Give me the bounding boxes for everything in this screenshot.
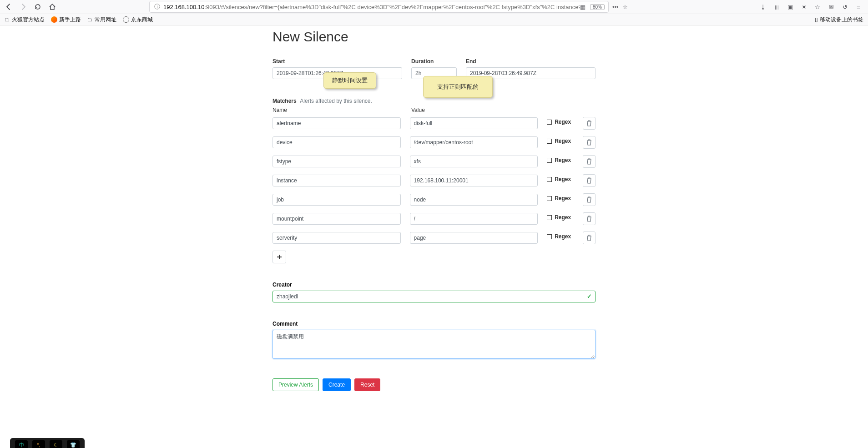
bookmark-firefox-site[interactable]: 🗀火狐官方站点 [5, 16, 45, 24]
create-button[interactable]: Create [323, 378, 351, 391]
firefox-icon [51, 16, 57, 23]
reload-button[interactable] [32, 1, 44, 13]
trash-icon [586, 177, 592, 184]
matchers-columns-header: Name Value [273, 107, 595, 113]
delete-matcher-button[interactable] [583, 232, 595, 244]
regex-checkbox[interactable]: Regex [547, 214, 574, 221]
bookmark-getting-started[interactable]: 新手上路 [51, 16, 81, 24]
sidebar-icon[interactable]: ▣ [786, 4, 794, 10]
matcher-name-input[interactable] [273, 136, 401, 148]
col-header-name: Name [273, 107, 402, 113]
nav-buttons [3, 1, 58, 13]
menu-icon[interactable]: ≡ [854, 4, 863, 10]
label-duration: Duration [411, 58, 457, 65]
matcher-value-input[interactable] [410, 175, 538, 186]
forward-button[interactable] [17, 1, 29, 13]
addon2-icon[interactable]: ☆ [813, 4, 822, 10]
matcher-value-input[interactable] [410, 232, 538, 244]
bookmark-mobile[interactable]: ▯移动设备上的书签 [815, 16, 863, 24]
mobile-icon: ▯ [815, 16, 818, 23]
label-start: Start [273, 58, 402, 65]
downloads-icon[interactable]: ⭳ [759, 4, 767, 10]
matchers-hint: Alerts affected by this silence. [300, 98, 372, 104]
label-creator: Creator [273, 282, 595, 288]
matcher-value-input[interactable] [410, 156, 538, 167]
matcher-row: Regex [273, 155, 595, 168]
addon4-icon[interactable]: ↺ [841, 4, 849, 10]
jd-icon [123, 16, 129, 23]
preview-alerts-button[interactable]: Preview Alerts [273, 378, 319, 391]
regex-checkbox[interactable]: Regex [547, 233, 574, 240]
url-bar[interactable]: ⓘ 192.168.100.10:9093/#/silences/new?fil… [149, 1, 609, 13]
matcher-value-input[interactable] [410, 213, 538, 225]
delete-matcher-button[interactable] [583, 155, 595, 168]
matcher-name-input[interactable] [273, 232, 401, 244]
delete-matcher-button[interactable] [583, 212, 595, 225]
bookmark-jd[interactable]: 京东商城 [123, 16, 153, 24]
arrow-left-icon [5, 3, 12, 10]
reset-button[interactable]: Reset [354, 378, 380, 391]
matcher-name-input[interactable] [273, 194, 401, 206]
check-icon: ✓ [587, 293, 592, 300]
ime-key-moon[interactable]: ☾ [50, 440, 62, 448]
trash-icon [586, 196, 592, 203]
delete-matcher-button[interactable] [583, 174, 595, 187]
matcher-value-input[interactable] [410, 136, 538, 148]
folder-icon: 🗀 [87, 16, 93, 23]
ime-key-punct[interactable]: °, [32, 440, 45, 448]
action-buttons: Preview Alerts Create Reset [273, 378, 595, 391]
regex-label: Regex [555, 195, 571, 201]
bookmark-common-sites[interactable]: 🗀常用网址 [87, 16, 116, 24]
regex-label: Regex [555, 176, 571, 182]
regex-label: Regex [555, 214, 571, 221]
library-icon[interactable]: ⫼ [772, 4, 781, 10]
ime-key-lang[interactable]: 中 [15, 440, 28, 448]
home-button[interactable] [46, 1, 58, 13]
matcher-name-input[interactable] [273, 213, 401, 225]
ime-toolbar[interactable]: 中 °, ☾ 👕 [10, 438, 85, 448]
regex-checkbox[interactable]: Regex [547, 195, 574, 201]
comment-textarea[interactable]: 磁盘满禁用 [273, 330, 595, 359]
regex-checkbox[interactable]: Regex [547, 138, 574, 144]
regex-label: Regex [555, 233, 571, 240]
reload-icon [34, 3, 41, 10]
qr-icon[interactable]: ▦ [580, 4, 585, 10]
delete-matcher-button[interactable] [583, 136, 595, 149]
toolbar-right-icons: ⭳ ⫼ ▣ ✷ ☆ ✉ ↺ ≡ [759, 4, 863, 10]
delete-matcher-button[interactable] [583, 193, 595, 206]
home-icon [49, 3, 56, 10]
addon3-icon[interactable]: ✉ [827, 4, 835, 10]
add-matcher-button[interactable] [273, 251, 286, 263]
matcher-row: Regex [273, 212, 595, 225]
matcher-name-input[interactable] [273, 117, 401, 129]
col-header-value: Value [411, 107, 541, 113]
info-icon: ⓘ [153, 3, 161, 11]
checkbox-icon [547, 196, 552, 201]
delete-matcher-button[interactable] [583, 117, 595, 130]
bookmark-star-icon[interactable]: ☆ [622, 4, 628, 10]
matcher-row: Regex [273, 136, 595, 149]
url-text: 192.168.100.10:9093/#/silences/new?filte… [163, 4, 580, 10]
back-button[interactable] [3, 1, 15, 13]
regex-checkbox[interactable]: Regex [547, 119, 574, 125]
matcher-name-input[interactable] [273, 175, 401, 186]
addon1-icon[interactable]: ✷ [800, 4, 808, 10]
regex-checkbox[interactable]: Regex [547, 157, 574, 163]
trash-icon [586, 158, 592, 165]
regex-checkbox[interactable]: Regex [547, 176, 574, 182]
matchers-list: RegexRegexRegexRegexRegexRegexRegex [273, 117, 595, 244]
matcher-value-input[interactable] [410, 117, 538, 129]
trash-icon [586, 139, 592, 146]
matcher-value-input[interactable] [410, 194, 538, 206]
label-comment: Comment [273, 321, 595, 327]
checkbox-icon [547, 158, 552, 163]
creator-input[interactable] [273, 291, 595, 302]
ime-key-shirt[interactable]: 👕 [67, 440, 80, 448]
matcher-row: Regex [273, 193, 595, 206]
trash-icon [586, 120, 592, 126]
matcher-name-input[interactable] [273, 156, 401, 167]
trash-icon [586, 235, 592, 241]
zoom-badge[interactable]: 80% [590, 4, 605, 10]
more-icon[interactable]: ••• [612, 4, 619, 10]
regex-label: Regex [555, 138, 571, 144]
